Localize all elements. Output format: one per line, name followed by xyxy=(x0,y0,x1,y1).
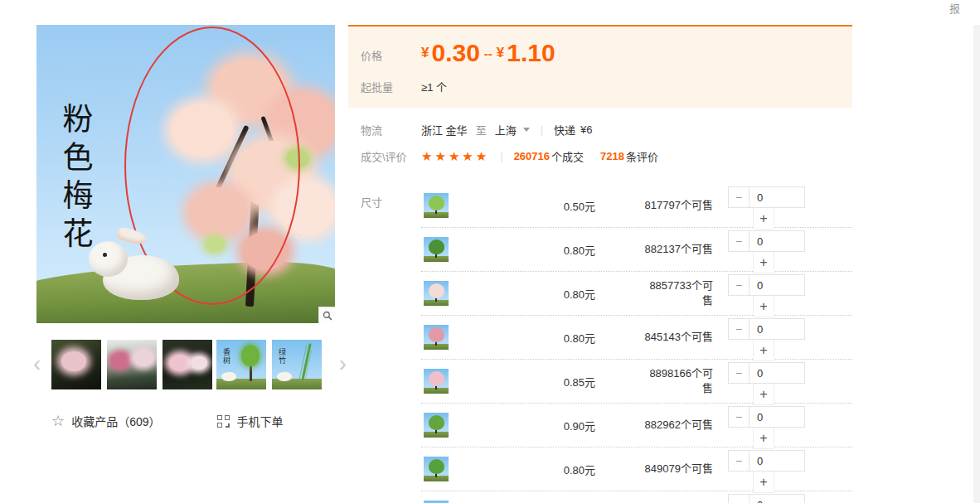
sku-thumbnail[interactable] xyxy=(424,281,449,306)
sku-price: 0.85元 xyxy=(519,360,595,403)
decrease-quantity-button[interactable]: − xyxy=(728,406,750,428)
favorite-label: 收藏产品（609） xyxy=(71,413,160,429)
thumbs-next-icon[interactable]: › xyxy=(339,351,347,376)
blossom-cluster xyxy=(111,353,129,368)
moq-label: 起批量 xyxy=(348,79,421,94)
offer-column: 价格 ¥ 0.30 -- ¥ 1.10 起批量 ≥1 个 物流 浙江 金华 至 … xyxy=(348,0,852,503)
quantity-input[interactable] xyxy=(750,406,805,428)
report-link[interactable]: 报 xyxy=(949,0,960,16)
tree-foliage xyxy=(429,371,444,386)
sku-price: 0.80元 xyxy=(519,316,595,359)
sku-thumbnail[interactable] xyxy=(424,237,449,262)
rabbit-figurine xyxy=(277,372,292,381)
sku-thumbnail[interactable] xyxy=(424,413,449,438)
favorite-product-button[interactable]: ☆ 收藏产品（609） xyxy=(51,413,161,429)
courier-label: 快递 xyxy=(554,122,575,138)
quantity-stepper: − + xyxy=(728,186,852,230)
price-max: 1.10 xyxy=(507,39,555,67)
quantity-stepper: − + xyxy=(728,362,852,405)
sku-availability: 845143个可售 xyxy=(642,316,713,359)
gallery-column: 粉色梅花 ‹ xyxy=(36,25,335,429)
sku-thumbnail[interactable] xyxy=(424,325,449,350)
mobile-order-button[interactable]: 手机下单 xyxy=(217,413,284,429)
deal-count[interactable]: 260716 xyxy=(514,150,550,162)
price-label: 价格 xyxy=(348,44,421,63)
decrease-quantity-button[interactable]: − xyxy=(728,450,750,472)
quantity-input[interactable] xyxy=(750,362,805,384)
increase-quantity-button[interactable]: + xyxy=(753,252,774,273)
increase-quantity-button[interactable]: + xyxy=(753,384,774,405)
sku-row: 0.80元 8857733个可售 − + xyxy=(421,272,852,316)
sku-thumbnail[interactable] xyxy=(424,193,449,218)
sku-price: 0.80元 xyxy=(519,228,595,271)
quantity-input[interactable] xyxy=(750,450,805,472)
quantity-input[interactable] xyxy=(750,494,805,503)
sku-availability: 882962个可售 xyxy=(642,404,713,447)
tree-foliage xyxy=(429,327,444,342)
sku-availability-text: 845143个可售 xyxy=(645,330,713,345)
decrease-quantity-button[interactable]: − xyxy=(728,494,750,503)
sku-row: − + xyxy=(421,491,852,503)
quantity-input[interactable] xyxy=(750,318,805,340)
review-count[interactable]: 7218 xyxy=(600,150,624,162)
increase-quantity-button[interactable]: + xyxy=(753,208,774,230)
sku-availability: 849079个可售 xyxy=(642,447,713,491)
divider: | xyxy=(541,123,543,136)
action-bar: ☆ 收藏产品（609） 手机下单 xyxy=(36,413,335,429)
decrease-quantity-button[interactable]: − xyxy=(728,318,750,340)
sku-availability-text: 882137个可售 xyxy=(645,242,713,257)
increase-quantity-button[interactable]: + xyxy=(753,340,774,361)
increase-quantity-button[interactable]: + xyxy=(753,296,774,317)
size-section: 尺寸 0.50元 817797个可售 − + xyxy=(348,184,852,503)
gallery-thumbnail-4[interactable]: 香树 xyxy=(216,340,266,389)
review-count-suffix: 条评价 xyxy=(626,148,658,164)
sku-availability-text: 8898166个可售 xyxy=(642,366,713,396)
decrease-quantity-button[interactable]: − xyxy=(728,186,750,208)
price-range-dash: -- xyxy=(484,46,492,60)
quantity-input[interactable] xyxy=(750,274,805,296)
quantity-stepper: − + xyxy=(728,494,852,503)
star-outline-icon: ☆ xyxy=(51,414,65,428)
rabbit-figurine xyxy=(103,253,107,257)
magnifier-glyph xyxy=(323,311,332,321)
tree-foliage xyxy=(429,283,444,298)
deals-label: 成交\评价 xyxy=(348,148,421,164)
rabbit-figurine xyxy=(221,372,236,381)
thumbnail-caption: 香树 xyxy=(221,348,232,365)
ship-to-selector[interactable]: 上海 xyxy=(495,122,517,138)
decrease-quantity-button[interactable]: − xyxy=(728,230,750,252)
sku-row: 0.50元 817797个可售 − + xyxy=(421,184,852,228)
logistics-row: 物流 浙江 金华 至 上海 | 快递 ¥6 xyxy=(348,122,852,138)
price-panel: 价格 ¥ 0.30 -- ¥ 1.10 起批量 ≥1 个 xyxy=(348,25,852,108)
decrease-quantity-button[interactable]: − xyxy=(728,362,750,384)
increase-quantity-button[interactable]: + xyxy=(753,472,774,493)
sku-availability: 8898166个可售 xyxy=(642,360,713,403)
gallery-thumbnail-2[interactable] xyxy=(107,340,157,389)
gallery-thumbnail-5[interactable]: 绿竹 xyxy=(272,340,322,389)
blossom-cluster xyxy=(191,356,207,370)
rating-stars-icon: ★★★★★ xyxy=(421,150,489,163)
sku-price: 0.80元 xyxy=(519,447,595,491)
quantity-input[interactable] xyxy=(750,186,805,208)
tree-foliage xyxy=(429,239,444,254)
decrease-quantity-button[interactable]: − xyxy=(728,274,750,296)
thumbs-prev-icon[interactable]: ‹ xyxy=(33,351,41,376)
magnifier-icon[interactable] xyxy=(318,307,335,323)
logistics-label: 物流 xyxy=(348,122,421,138)
moq-value: ≥1 个 xyxy=(421,79,447,94)
scrollbar-track[interactable] xyxy=(973,25,980,503)
product-main-image[interactable]: 粉色梅花 xyxy=(36,25,335,323)
gallery-thumbnail-3[interactable] xyxy=(163,340,212,389)
sku-thumbnail[interactable] xyxy=(424,369,449,394)
divider: | xyxy=(500,150,502,162)
gallery-thumbnail-1[interactable] xyxy=(51,340,101,389)
chevron-down-icon[interactable] xyxy=(523,128,530,132)
sku-thumbnail[interactable] xyxy=(424,457,449,481)
deal-count-suffix: 个成交 xyxy=(551,148,584,164)
quantity-input[interactable] xyxy=(750,230,805,252)
sku-price: 0.50元 xyxy=(519,184,595,227)
tree-foliage xyxy=(429,196,444,210)
increase-quantity-button[interactable]: + xyxy=(753,428,774,449)
sku-availability-text: 882962个可售 xyxy=(645,418,713,433)
tree-foliage xyxy=(429,415,444,430)
